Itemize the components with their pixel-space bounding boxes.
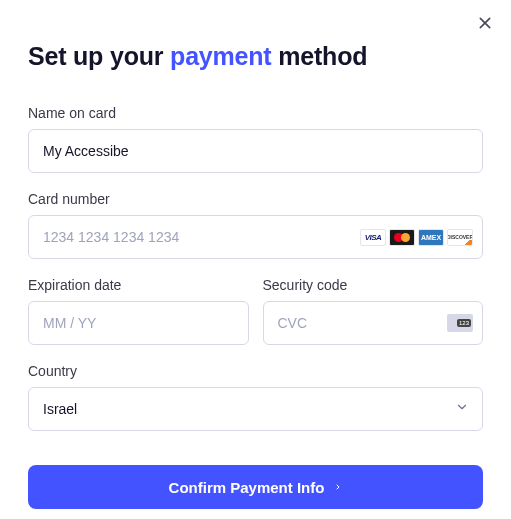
page-title: Set up your payment method [28,42,483,71]
title-part1: Set up your [28,42,170,70]
chevron-right-icon [334,479,342,496]
card-label: Card number [28,191,483,207]
close-icon [477,15,493,34]
mastercard-icon [389,229,415,246]
country-label: Country [28,363,483,379]
title-part2: method [271,42,367,70]
close-button[interactable] [473,12,497,36]
cvc-label: Security code [263,277,484,293]
name-input[interactable] [28,129,483,173]
name-label: Name on card [28,105,483,121]
confirm-button[interactable]: Confirm Payment Info [28,465,483,509]
confirm-button-label: Confirm Payment Info [169,479,325,496]
cvc-card-icon: 123 [447,314,473,332]
card-brand-icons: VISA AMEX DISCOVER [360,229,473,246]
expiration-input[interactable] [28,301,249,345]
amex-icon: AMEX [418,229,444,246]
cvc-icon-digits: 123 [457,319,471,327]
visa-icon: VISA [360,229,386,246]
country-select[interactable]: Israel [28,387,483,431]
discover-icon: DISCOVER [447,229,473,246]
title-highlight: payment [170,42,271,70]
expiration-label: Expiration date [28,277,249,293]
